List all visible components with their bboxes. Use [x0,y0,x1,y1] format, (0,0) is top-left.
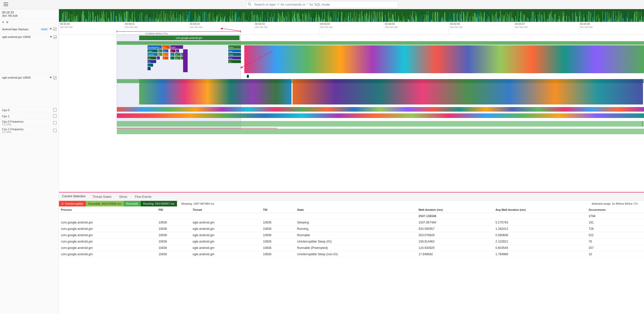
cpu1-freq-val: 2.5 GHz [2,131,53,133]
table-row: com.google.android.gm10836ogle.android.g… [59,226,644,232]
status-running: Running: 933.595957 ms [141,201,177,206]
svg-rect-2 [4,6,8,6]
track-label-ogle2: ogle.android.gm 10836 ⚑ [0,74,59,107]
cell-avg_wall_duration: 2.102821 [493,238,587,245]
svg-rect-106 [247,75,249,78]
cell-pid: 10836 [156,219,190,226]
pin-icon-ogle1[interactable]: ⚑ [50,35,52,39]
cell-thread: ogle.android.gm [190,238,261,245]
svg-text:com.google.android.gm: com.google.android.gm [176,37,202,39]
cell-avg_wall_duration: 5.276793 [493,219,587,226]
col-pid: PID [156,207,190,213]
cell-pid: 10836 [156,238,190,245]
track-label-ogle1: ogle.android.gm 10836 ⚑ [0,33,59,74]
cell-state: Uninterruptible Sleep (non-IO) [295,251,416,258]
status-sleeping: Sleeping: 1007.867484 ms [177,202,214,205]
cell-occurrences: 207 [587,245,644,251]
tab-thread-states[interactable]: Thread States [89,193,115,200]
svg-text:Ge...: Ge... [148,57,152,59]
svg-text:draw: draw [229,54,233,56]
cell-avg_wall_duration: 1.282412 [493,226,587,232]
svg-text:000 000 000: 000 000 000 [385,26,398,28]
svg-text:OpenD...: OpenD... [148,54,155,56]
cell-process: com.google.android.gm [59,238,156,245]
svg-text:00:00:07: 00:00:07 [515,23,525,25]
svg-text:Chor...: Chor... [229,46,235,49]
svg-text:000 000 000: 000 000 000 [515,26,528,28]
close-icon[interactable]: × [2,20,4,24]
cell-state: Runnable [295,232,416,238]
pin-icon[interactable]: ⚑ [50,27,52,31]
left-panel: 00:16:33 364 785 828 × ≡ Android App Sta… [0,9,59,314]
table-row: com.google.android.gm10836ogle.android.g… [59,232,644,238]
svg-text:V: V [148,68,149,70]
cpu0-freq-val: 2.5 GHz [2,123,53,126]
cpu1-check[interactable] [53,114,57,118]
cpu0-name: Cpu 0 [2,109,53,112]
check-icon-ogle1[interactable] [53,35,57,39]
cell-process: com.google.android.gm [59,232,156,238]
check-icon[interactable] [53,27,57,31]
right-area: 00:00:00 000 000 000 00:00:01 000 000 00… [59,9,644,314]
cell-process: com.google.android.gm [59,219,156,226]
cell-wall_duration: 17.849692 [416,251,493,258]
col-wall-duration: Wall duration (ms) [416,207,493,213]
svg-text:A...: A... [159,50,162,52]
pin-icon-ogle2[interactable]: ⚑ [50,76,52,79]
svg-rect-114 [117,129,644,134]
menu-icon[interactable] [4,3,8,7]
cell-pid: 10836 [156,251,190,258]
track-row-ogle1: ogle.android.gm 10836 ⚑ [0,33,59,74]
cell-process: com.google.android.gm [59,226,156,232]
svg-text:000 000 000: 000 000 000 [320,26,333,28]
summary-wall: 2547.138346 [416,213,493,219]
list-icon[interactable]: ≡ [6,20,8,24]
current-selection-label: Current Selection [59,192,89,200]
cpu0-freq-check[interactable] [53,121,57,125]
svg-text:Appli...: Appli... [171,46,177,49]
svg-text:L...: L... [171,57,173,59]
svg-text:/data...: /data... [148,50,153,52]
summary-tid [261,213,295,219]
svg-text:on...: on... [175,57,179,59]
cell-wall_duration: 1007.867484 [416,219,493,226]
track-name: Android App Startups [2,28,38,31]
svg-rect-10 [53,121,56,124]
cell-tid: 10836 [261,238,295,245]
svg-rect-11 [53,129,56,132]
tab-slices[interactable]: Slices [115,193,131,200]
metric-badge: metric [40,28,49,31]
svg-rect-0 [4,3,8,3]
summary-row: 2547.138346 1734 [59,213,644,219]
track-viz-area[interactable]: com.google.android.gm bindApplicat... ac… [59,35,644,192]
search-bar [0,0,644,9]
cpu0-freq-label: Cpu 0 Frequency 2.5 GHz [0,119,59,127]
svg-text:L...: L... [171,54,173,56]
svg-text:000 000 000: 000 000 000 [125,26,138,28]
svg-rect-47 [117,41,644,45]
check-icon-ogle2[interactable] [53,76,57,80]
svg-rect-111 [117,113,644,118]
cell-occurrences: 76 [587,238,644,245]
search-input[interactable] [246,1,398,8]
tab-flow-events[interactable]: Flow Events [131,193,155,200]
collapse-icon[interactable]: ▲ [639,10,642,14]
table-area[interactable]: Process PID Thread TID State Wall durati… [59,207,644,314]
cpu0-check[interactable] [53,108,57,112]
summary-occ: 1734 [587,213,644,219]
col-state: State [295,207,416,213]
svg-text:00:00:03: 00:00:03 [255,23,265,25]
cell-state: Uninterruptible Sleep (IO) [295,238,416,245]
cpu1-freq-check[interactable] [53,129,57,133]
col-tid: TID [261,207,295,213]
svg-rect-105 [244,45,644,73]
svg-rect-7 [53,76,56,79]
cell-occurrences: 728 [587,226,644,232]
table-row: com.google.android.gm10836ogle.android.g… [59,219,644,226]
cell-thread: ogle.android.gm [190,251,261,258]
timeline-minimap[interactable] [59,9,644,22]
track-viz-svg: com.google.android.gm bindApplicat... ac… [59,35,644,192]
cell-process: com.google.android.gm [59,245,156,251]
table-row: com.google.android.gm10836ogle.android.g… [59,251,644,258]
svg-rect-6 [54,36,57,39]
